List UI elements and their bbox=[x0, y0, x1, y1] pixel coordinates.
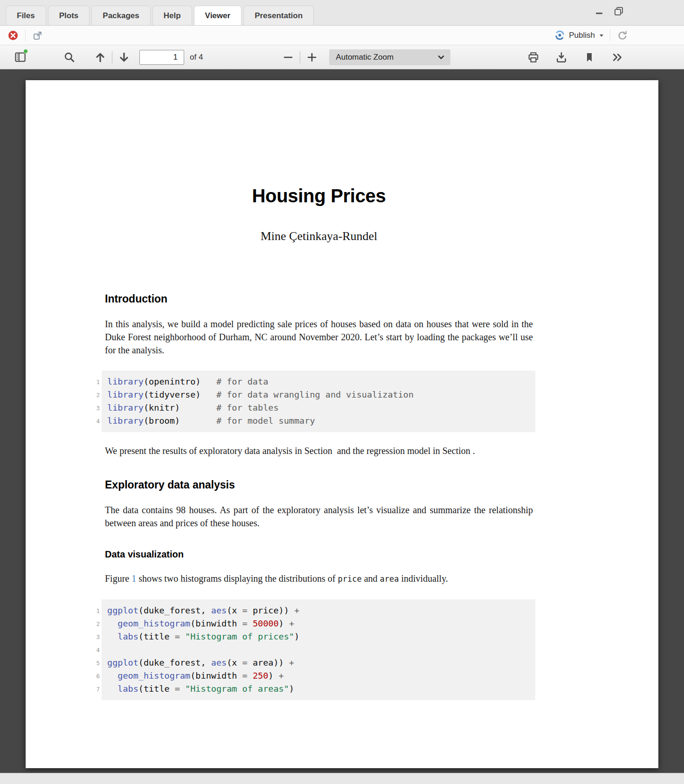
maximize-pane-button[interactable] bbox=[613, 6, 624, 17]
pane-window-controls bbox=[594, 6, 624, 17]
code-line: 4 bbox=[107, 643, 530, 656]
text-run: We present the results of exploratory da… bbox=[105, 446, 475, 456]
text-run: individually. bbox=[399, 573, 448, 584]
toolbar-separator bbox=[112, 51, 112, 63]
toolbar-separator bbox=[300, 51, 300, 63]
refresh-button[interactable] bbox=[616, 29, 629, 42]
section-heading: Data visualization bbox=[105, 549, 533, 560]
pane-tab-label: Presentation bbox=[255, 11, 303, 20]
toolbar-separator bbox=[25, 30, 26, 41]
print-button[interactable] bbox=[526, 50, 540, 65]
arrow-up-icon bbox=[94, 51, 106, 63]
code-line: 1library(openintro) # for data bbox=[107, 375, 530, 388]
minimize-pane-button[interactable] bbox=[594, 6, 605, 17]
text-run: The data contains 98 houses. As part of … bbox=[105, 505, 533, 528]
toolbar-overflow-button[interactable] bbox=[610, 50, 624, 65]
document-author: Mine Çetinkaya-Rundel bbox=[105, 229, 533, 243]
pane-tab-label: Files bbox=[17, 11, 35, 20]
bookmark-button[interactable] bbox=[582, 50, 596, 65]
pane-tab-help[interactable]: Help bbox=[152, 6, 192, 25]
pane-tab-label: Help bbox=[164, 11, 181, 20]
maximize-icon bbox=[614, 6, 624, 16]
download-icon bbox=[555, 51, 567, 63]
popout-icon bbox=[32, 30, 43, 41]
page-count-label: of 4 bbox=[190, 53, 203, 62]
publish-label: Publish bbox=[569, 31, 595, 40]
code-line: 3 labs(title = "Histogram of prices") bbox=[107, 630, 530, 643]
line-number: 3 bbox=[88, 630, 100, 644]
text-run: shows two histograms displaying the dist… bbox=[136, 573, 338, 584]
stop-button[interactable] bbox=[7, 29, 20, 42]
paragraph: In this analysis, we build a model predi… bbox=[105, 317, 533, 357]
refresh-icon bbox=[617, 30, 628, 41]
previous-page-button[interactable] bbox=[93, 50, 107, 65]
inline-code: price bbox=[338, 574, 361, 584]
text-run: Figure bbox=[105, 573, 131, 584]
pane-tab-files[interactable]: Files bbox=[6, 6, 46, 25]
toolbar-separator bbox=[610, 30, 610, 41]
code-line: 1ggplot(duke_forest, aes(x = price)) + bbox=[107, 604, 530, 617]
viewer-toolbar: Publish bbox=[0, 26, 684, 45]
bookmark-icon bbox=[584, 52, 595, 63]
code-line: 2 geom_histogram(binwidth = 50000) + bbox=[107, 617, 530, 630]
pane-tab-viewer[interactable]: Viewer bbox=[194, 6, 242, 25]
code-text: library(broom) # for model summary bbox=[107, 416, 315, 426]
next-page-button[interactable] bbox=[117, 50, 131, 65]
text-run: In this analysis, we build a model predi… bbox=[105, 319, 533, 355]
pane-tab-label: Packages bbox=[103, 11, 139, 20]
code-block: 1ggplot(duke_forest, aes(x = price)) +2 … bbox=[102, 599, 535, 700]
code-line: 4library(broom) # for model summary bbox=[107, 414, 530, 427]
figure-ref-link[interactable]: 1 bbox=[131, 573, 136, 584]
rstudio-viewer-pane: FilesPlotsPackagesHelpViewerPresentation bbox=[0, 0, 684, 784]
pdf-page: Housing Prices Mine Çetinkaya-Rundel Int… bbox=[26, 80, 658, 768]
line-number: 1 bbox=[88, 604, 100, 618]
zoom-in-button[interactable] bbox=[305, 50, 319, 65]
document-content: Housing Prices Mine Çetinkaya-Rundel Int… bbox=[105, 186, 533, 700]
text-run: and bbox=[362, 573, 380, 584]
chevron-down-icon bbox=[437, 54, 445, 61]
code-line: 5ggplot(duke_forest, aes(x = area)) + bbox=[107, 656, 530, 669]
open-in-new-window-button[interactable] bbox=[31, 29, 44, 42]
pdf-toolbar-right-group bbox=[526, 50, 624, 65]
publish-control[interactable]: Publish bbox=[554, 30, 604, 41]
pane-tab-plots[interactable]: Plots bbox=[48, 6, 90, 25]
pane-tab-packages[interactable]: Packages bbox=[91, 6, 150, 25]
pane-tab-presentation[interactable]: Presentation bbox=[243, 6, 314, 25]
pane-tabs: FilesPlotsPackagesHelpViewerPresentation bbox=[6, 0, 316, 25]
zoom-out-button[interactable] bbox=[281, 50, 295, 65]
code-text: library(openintro) # for data bbox=[107, 377, 268, 386]
pane-tab-label: Plots bbox=[59, 11, 79, 20]
code-text: labs(title = "Histogram of areas") bbox=[107, 684, 294, 694]
zoom-select[interactable]: Automatic Zoom bbox=[329, 49, 450, 65]
line-number: 1 bbox=[88, 375, 100, 389]
document-body: IntroductionIn this analysis, we build a… bbox=[105, 293, 533, 700]
code-line: 2library(tidyverse) # for data wrangling… bbox=[107, 388, 530, 401]
pdf-viewport[interactable]: Housing Prices Mine Çetinkaya-Rundel Int… bbox=[0, 69, 684, 773]
pane-tab-label: Viewer bbox=[205, 11, 231, 20]
minimize-icon bbox=[594, 7, 604, 16]
line-number: 4 bbox=[88, 643, 100, 657]
code-line: 6 geom_histogram(binwidth = 250) + bbox=[107, 669, 530, 682]
find-button[interactable] bbox=[62, 50, 76, 65]
section-heading: Introduction bbox=[105, 293, 533, 305]
document-title: Housing Prices bbox=[105, 186, 533, 206]
pane-bottom-edge bbox=[0, 773, 684, 784]
download-button[interactable] bbox=[554, 50, 568, 65]
pdf-toolbar: of 4 Automatic Zoom bbox=[0, 45, 684, 69]
line-number: 6 bbox=[88, 669, 100, 683]
inline-code: area bbox=[380, 574, 399, 584]
code-text: library(tidyverse) # for data wrangling … bbox=[107, 390, 414, 399]
print-icon bbox=[527, 51, 539, 63]
page-number-input[interactable] bbox=[139, 50, 184, 65]
line-number: 3 bbox=[88, 401, 100, 415]
code-text: library(knitr) # for tables bbox=[107, 403, 279, 413]
line-number: 2 bbox=[88, 388, 100, 402]
line-number: 5 bbox=[88, 656, 100, 670]
search-icon bbox=[63, 51, 76, 63]
toggle-sidebar-button[interactable] bbox=[13, 50, 27, 65]
code-text: geom_histogram(binwidth = 250) + bbox=[107, 671, 284, 681]
line-number: 7 bbox=[88, 682, 100, 696]
publish-dropdown-caret-icon bbox=[599, 33, 604, 38]
minus-icon bbox=[283, 52, 294, 63]
sidebar-notification-dot bbox=[23, 49, 28, 54]
